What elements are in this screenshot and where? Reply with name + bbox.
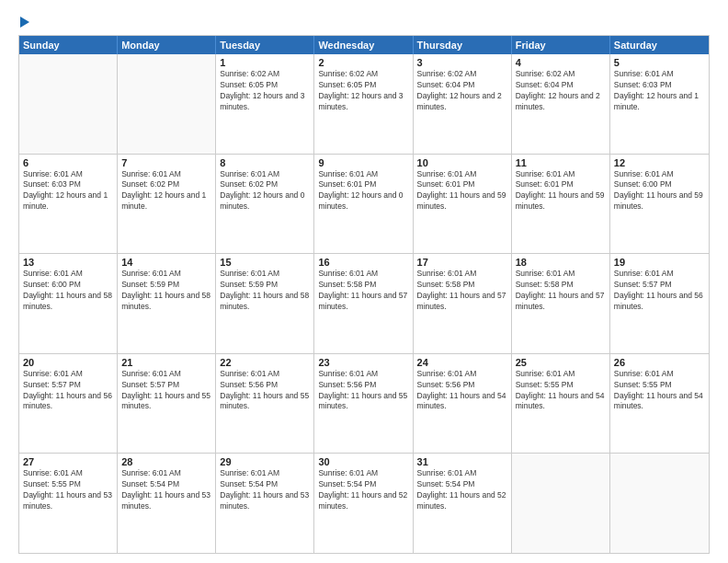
cell-info: Sunrise: 6:02 AM Sunset: 6:04 PM Dayligh… [516, 69, 606, 113]
week-row-4: 20Sunrise: 6:01 AM Sunset: 5:57 PM Dayli… [19, 354, 709, 454]
header-day-monday: Monday [118, 36, 216, 54]
cell-info: Sunrise: 6:01 AM Sunset: 5:57 PM Dayligh… [614, 269, 705, 313]
logo [18, 15, 29, 28]
cell-info: Sunrise: 6:01 AM Sunset: 5:56 PM Dayligh… [220, 369, 310, 413]
cal-cell: 19Sunrise: 6:01 AM Sunset: 5:57 PM Dayli… [610, 254, 709, 353]
day-number: 17 [417, 257, 507, 268]
day-number: 29 [220, 456, 310, 467]
day-number: 12 [614, 157, 705, 168]
header-day-saturday: Saturday [610, 36, 709, 54]
cal-cell: 25Sunrise: 6:01 AM Sunset: 5:55 PM Dayli… [512, 354, 610, 454]
cal-cell: 9Sunrise: 6:01 AM Sunset: 6:01 PM Daylig… [314, 155, 413, 254]
cell-info: Sunrise: 6:01 AM Sunset: 6:03 PM Dayligh… [614, 69, 705, 113]
cal-cell: 14Sunrise: 6:01 AM Sunset: 5:59 PM Dayli… [118, 254, 216, 353]
cell-info: Sunrise: 6:01 AM Sunset: 5:55 PM Dayligh… [23, 468, 113, 512]
day-number: 14 [121, 257, 211, 268]
day-number: 23 [318, 357, 408, 368]
day-number: 19 [614, 257, 705, 268]
header-day-sunday: Sunday [19, 36, 118, 54]
cell-info: Sunrise: 6:01 AM Sunset: 5:54 PM Dayligh… [318, 468, 408, 512]
cell-info: Sunrise: 6:01 AM Sunset: 6:00 PM Dayligh… [23, 269, 113, 313]
day-number: 27 [23, 456, 113, 467]
cal-cell: 20Sunrise: 6:01 AM Sunset: 5:57 PM Dayli… [19, 354, 118, 454]
cell-info: Sunrise: 6:02 AM Sunset: 6:04 PM Dayligh… [417, 69, 507, 113]
day-number: 28 [121, 456, 211, 467]
day-number: 7 [121, 157, 211, 168]
day-number: 4 [516, 57, 606, 68]
day-number: 18 [516, 257, 606, 268]
cell-info: Sunrise: 6:01 AM Sunset: 5:54 PM Dayligh… [121, 468, 211, 512]
cell-info: Sunrise: 6:01 AM Sunset: 6:00 PM Dayligh… [614, 169, 705, 213]
day-number: 25 [516, 357, 606, 368]
cal-cell: 5Sunrise: 6:01 AM Sunset: 6:03 PM Daylig… [610, 54, 709, 154]
cal-cell: 15Sunrise: 6:01 AM Sunset: 5:59 PM Dayli… [216, 254, 314, 353]
day-number: 30 [318, 456, 408, 467]
day-number: 3 [417, 57, 507, 68]
header-day-tuesday: Tuesday [216, 36, 314, 54]
week-row-5: 27Sunrise: 6:01 AM Sunset: 5:55 PM Dayli… [19, 454, 709, 553]
week-row-1: 1Sunrise: 6:02 AM Sunset: 6:05 PM Daylig… [19, 54, 709, 155]
cal-cell: 21Sunrise: 6:01 AM Sunset: 5:57 PM Dayli… [118, 354, 216, 454]
cell-info: Sunrise: 6:01 AM Sunset: 5:54 PM Dayligh… [417, 468, 507, 512]
week-row-3: 13Sunrise: 6:01 AM Sunset: 6:00 PM Dayli… [19, 254, 709, 354]
calendar-header: SundayMondayTuesdayWednesdayThursdayFrid… [19, 36, 709, 54]
cal-cell: 7Sunrise: 6:01 AM Sunset: 6:02 PM Daylig… [118, 155, 216, 254]
page: SundayMondayTuesdayWednesdayThursdayFrid… [0, 0, 728, 563]
day-number: 9 [318, 157, 408, 168]
cal-cell [19, 54, 118, 154]
header-day-friday: Friday [512, 36, 610, 54]
cell-info: Sunrise: 6:01 AM Sunset: 6:01 PM Dayligh… [318, 169, 408, 213]
cell-info: Sunrise: 6:01 AM Sunset: 5:57 PM Dayligh… [121, 369, 211, 413]
cal-cell [610, 454, 709, 553]
cell-info: Sunrise: 6:01 AM Sunset: 5:55 PM Dayligh… [516, 369, 606, 413]
cal-cell: 29Sunrise: 6:01 AM Sunset: 5:54 PM Dayli… [216, 454, 314, 553]
cell-info: Sunrise: 6:01 AM Sunset: 6:02 PM Dayligh… [121, 169, 211, 213]
cell-info: Sunrise: 6:01 AM Sunset: 5:57 PM Dayligh… [23, 369, 113, 413]
day-number: 10 [417, 157, 507, 168]
day-number: 22 [220, 357, 310, 368]
day-number: 20 [23, 357, 113, 368]
cal-cell: 6Sunrise: 6:01 AM Sunset: 6:03 PM Daylig… [19, 155, 118, 254]
day-number: 21 [121, 357, 211, 368]
cal-cell: 31Sunrise: 6:01 AM Sunset: 5:54 PM Dayli… [414, 454, 512, 553]
cal-cell: 16Sunrise: 6:01 AM Sunset: 5:58 PM Dayli… [314, 254, 413, 353]
day-number: 31 [417, 456, 507, 467]
cell-info: Sunrise: 6:01 AM Sunset: 6:01 PM Dayligh… [417, 169, 507, 213]
cal-cell: 11Sunrise: 6:01 AM Sunset: 6:01 PM Dayli… [512, 155, 610, 254]
cell-info: Sunrise: 6:01 AM Sunset: 5:54 PM Dayligh… [220, 468, 310, 512]
cal-cell: 26Sunrise: 6:01 AM Sunset: 5:55 PM Dayli… [610, 354, 709, 454]
cal-cell: 17Sunrise: 6:01 AM Sunset: 5:58 PM Dayli… [414, 254, 512, 353]
cal-cell: 1Sunrise: 6:02 AM Sunset: 6:05 PM Daylig… [216, 54, 314, 154]
cell-info: Sunrise: 6:01 AM Sunset: 5:56 PM Dayligh… [417, 369, 507, 413]
cal-cell [118, 54, 216, 154]
cell-info: Sunrise: 6:01 AM Sunset: 5:58 PM Dayligh… [516, 269, 606, 313]
day-number: 1 [220, 57, 310, 68]
cal-cell: 27Sunrise: 6:01 AM Sunset: 5:55 PM Dayli… [19, 454, 118, 553]
cal-cell: 28Sunrise: 6:01 AM Sunset: 5:54 PM Dayli… [118, 454, 216, 553]
cell-info: Sunrise: 6:01 AM Sunset: 6:01 PM Dayligh… [516, 169, 606, 213]
cal-cell: 30Sunrise: 6:01 AM Sunset: 5:54 PM Dayli… [314, 454, 413, 553]
cal-cell [512, 454, 610, 553]
day-number: 26 [614, 357, 705, 368]
day-number: 8 [220, 157, 310, 168]
cell-info: Sunrise: 6:01 AM Sunset: 5:59 PM Dayligh… [121, 269, 211, 313]
day-number: 5 [614, 57, 705, 68]
cal-cell: 3Sunrise: 6:02 AM Sunset: 6:04 PM Daylig… [414, 54, 512, 154]
header-day-thursday: Thursday [414, 36, 512, 54]
cal-cell: 4Sunrise: 6:02 AM Sunset: 6:04 PM Daylig… [512, 54, 610, 154]
cell-info: Sunrise: 6:01 AM Sunset: 5:56 PM Dayligh… [318, 369, 408, 413]
header-day-wednesday: Wednesday [314, 36, 413, 54]
cal-cell: 18Sunrise: 6:01 AM Sunset: 5:58 PM Dayli… [512, 254, 610, 353]
day-number: 11 [516, 157, 606, 168]
cal-cell: 2Sunrise: 6:02 AM Sunset: 6:05 PM Daylig… [314, 54, 413, 154]
cell-info: Sunrise: 6:01 AM Sunset: 5:58 PM Dayligh… [417, 269, 507, 313]
cal-cell: 8Sunrise: 6:01 AM Sunset: 6:02 PM Daylig… [216, 155, 314, 254]
cell-info: Sunrise: 6:01 AM Sunset: 5:59 PM Dayligh… [220, 269, 310, 313]
calendar: SundayMondayTuesdayWednesdayThursdayFrid… [18, 35, 710, 554]
logo-arrow-icon [20, 17, 29, 28]
cell-info: Sunrise: 6:02 AM Sunset: 6:05 PM Dayligh… [318, 69, 408, 113]
header [18, 15, 710, 28]
day-number: 24 [417, 357, 507, 368]
day-number: 13 [23, 257, 113, 268]
cal-cell: 13Sunrise: 6:01 AM Sunset: 6:00 PM Dayli… [19, 254, 118, 353]
